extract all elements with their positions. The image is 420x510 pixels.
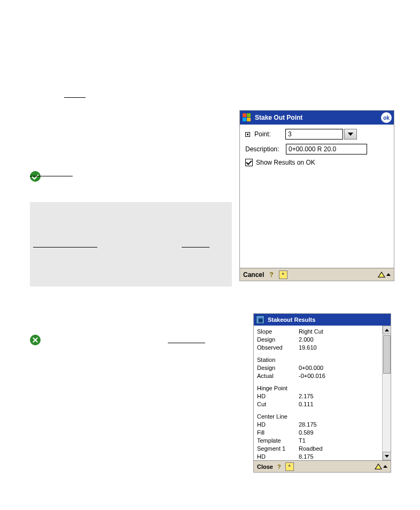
- scroll-up-button[interactable]: [383, 326, 391, 334]
- point-dropdown-button[interactable]: [344, 129, 357, 140]
- scroll-thumb[interactable]: [383, 335, 391, 374]
- dialog-titlebar: Stake Out Point ok: [240, 111, 394, 125]
- dialog-body: Point: Description: Show Results on OK: [240, 125, 394, 171]
- station-header: Station: [257, 356, 379, 364]
- underline-results: [168, 343, 205, 343]
- show-results-row: Show Results on OK: [245, 159, 388, 166]
- warning-icon[interactable]: [375, 463, 382, 469]
- scroll-down-button[interactable]: [383, 452, 391, 460]
- results-content: SlopeRight Cut Design2.000 Observed19.61…: [254, 326, 391, 460]
- help-button[interactable]: ?: [277, 463, 281, 470]
- cl-segment-key: Segment 1: [257, 445, 299, 453]
- warning-icon[interactable]: [378, 272, 385, 277]
- close-icon: [30, 335, 41, 345]
- description-label: Description:: [245, 145, 286, 153]
- point-label: Point:: [254, 130, 285, 138]
- ok-button[interactable]: ok: [381, 112, 392, 123]
- cl-hd3-key: HD: [257, 453, 299, 460]
- station-actual-key: Actual: [257, 372, 299, 380]
- star-button[interactable]: *: [279, 271, 287, 279]
- hinge-hd-val: 2.175: [299, 392, 314, 400]
- observed-val: 19.610: [299, 344, 317, 352]
- observed-key: Observed: [257, 344, 299, 352]
- hinge-cut-key: Cut: [257, 400, 299, 408]
- point-input[interactable]: [285, 129, 343, 140]
- underline-stake: [64, 97, 85, 98]
- cl-segment-val: Roadbed: [299, 445, 323, 453]
- close-button[interactable]: Close: [257, 463, 273, 470]
- results-list: SlopeRight Cut Design2.000 Observed19.61…: [254, 326, 382, 460]
- cancel-button[interactable]: Cancel: [243, 271, 264, 279]
- cl-fill-key: Fill: [257, 429, 299, 437]
- dialog-footer: Cancel ? *: [240, 268, 394, 281]
- dialog-titlebar: ▣ Stakeout Results: [254, 314, 391, 326]
- station-actual-val: -0+00.016: [299, 372, 325, 380]
- description-input[interactable]: [286, 144, 367, 154]
- hinge-hd-key: HD: [257, 392, 299, 400]
- cl-template-val: T1: [299, 437, 306, 445]
- show-results-checkbox[interactable]: [245, 159, 253, 166]
- cl-hd-key: HD: [257, 421, 299, 429]
- app-icon: ▣: [256, 315, 265, 324]
- slope-key: Slope: [257, 328, 299, 336]
- slope-val: Right Cut: [299, 328, 323, 336]
- tip-underline-2: [182, 247, 209, 248]
- checkmark-icon: [30, 171, 41, 182]
- cl-template-key: Template: [257, 437, 299, 445]
- hinge-cut-val: 0.111: [299, 400, 314, 408]
- star-button[interactable]: *: [285, 462, 294, 471]
- station-design-key: Design: [257, 364, 299, 372]
- stakeout-results-dialog: ▣ Stakeout Results SlopeRight Cut Design…: [253, 313, 391, 473]
- station-design-val: 0+00.000: [299, 364, 323, 372]
- point-row: Point:: [245, 129, 388, 140]
- up-arrow-icon[interactable]: [383, 465, 387, 468]
- stake-out-point-dialog: Stake Out Point ok Point: Description: S…: [239, 110, 394, 281]
- tip-underline-1: [33, 247, 97, 248]
- dialog-footer: Close ? *: [254, 460, 391, 472]
- hinge-header: Hinge Point: [257, 384, 379, 392]
- windows-flag-icon: [242, 113, 252, 122]
- dialog-title: Stakeout Results: [268, 316, 315, 323]
- dialog-title: Stake Out Point: [255, 114, 302, 121]
- cl-hd3-val: 8.175: [299, 453, 314, 460]
- underline-tip: [30, 176, 73, 176]
- cl-hd-val: 28.175: [299, 421, 317, 429]
- help-button[interactable]: ?: [269, 271, 273, 279]
- cl-fill-val: 0.589: [299, 429, 314, 437]
- scrollbar[interactable]: [382, 326, 391, 460]
- show-results-label: Show Results on OK: [256, 159, 315, 166]
- tip-box: [30, 202, 232, 287]
- description-row: Description:: [245, 144, 388, 154]
- design-key: Design: [257, 336, 299, 344]
- up-arrow-icon[interactable]: [386, 273, 391, 276]
- design-val: 2.000: [299, 336, 314, 344]
- point-node-icon: [245, 132, 250, 137]
- centerline-header: Center Line: [257, 413, 379, 421]
